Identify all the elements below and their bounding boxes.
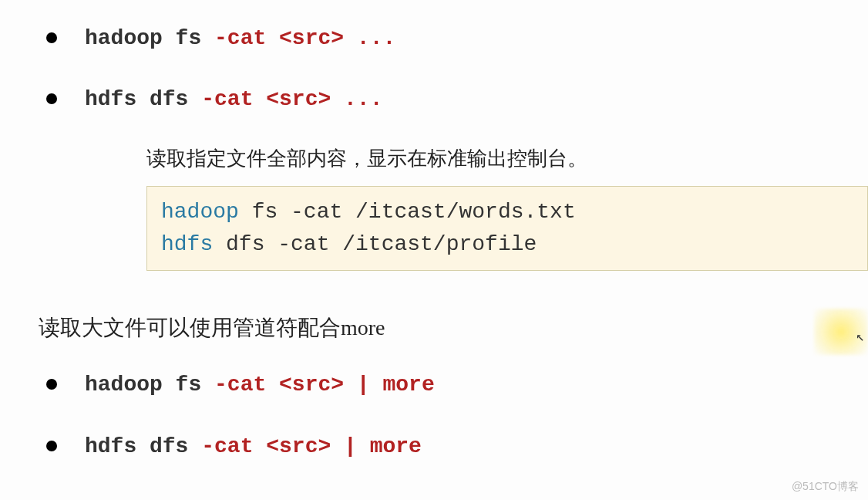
command-list-2: hadoop fs -cat <src> | more hdfs dfs -ca…: [39, 370, 868, 461]
command-item: hadoop fs -cat <src> | more: [39, 370, 868, 400]
command-option: -cat <src> ...: [201, 87, 382, 111]
command-option: -cat <src> | more: [201, 434, 422, 458]
command-base: hdfs dfs: [85, 434, 201, 458]
watermark: @51CTO博客: [792, 480, 859, 494]
command-base: hadoop fs: [85, 26, 214, 50]
command-base: hdfs dfs: [85, 87, 201, 111]
code-keyword: hadoop: [161, 200, 239, 224]
code-block: hadoop fs -cat /itcast/words.txt hdfs df…: [146, 186, 868, 271]
code-rest: fs -cat /itcast/words.txt: [239, 200, 576, 224]
description: 读取指定文件全部内容，显示在标准输出控制台。: [146, 145, 868, 172]
code-line: hdfs dfs -cat /itcast/profile: [161, 228, 853, 261]
code-rest: dfs -cat /itcast/profile: [213, 232, 537, 256]
command-base: hadoop fs: [85, 373, 214, 397]
command-item: hdfs dfs -cat <src> | more: [39, 431, 868, 461]
command-option: -cat <src> ...: [214, 26, 395, 50]
command-item: hadoop fs -cat <src> ...: [39, 23, 868, 53]
command-list-1: hadoop fs -cat <src> ... hdfs dfs -cat <…: [39, 23, 868, 114]
command-option: -cat <src> | more: [214, 373, 435, 397]
code-keyword: hdfs: [161, 232, 213, 256]
command-item: hdfs dfs -cat <src> ...: [39, 84, 868, 114]
code-line: hadoop fs -cat /itcast/words.txt: [161, 196, 853, 228]
section-text: 读取大文件可以使用管道符配合more: [39, 313, 868, 343]
